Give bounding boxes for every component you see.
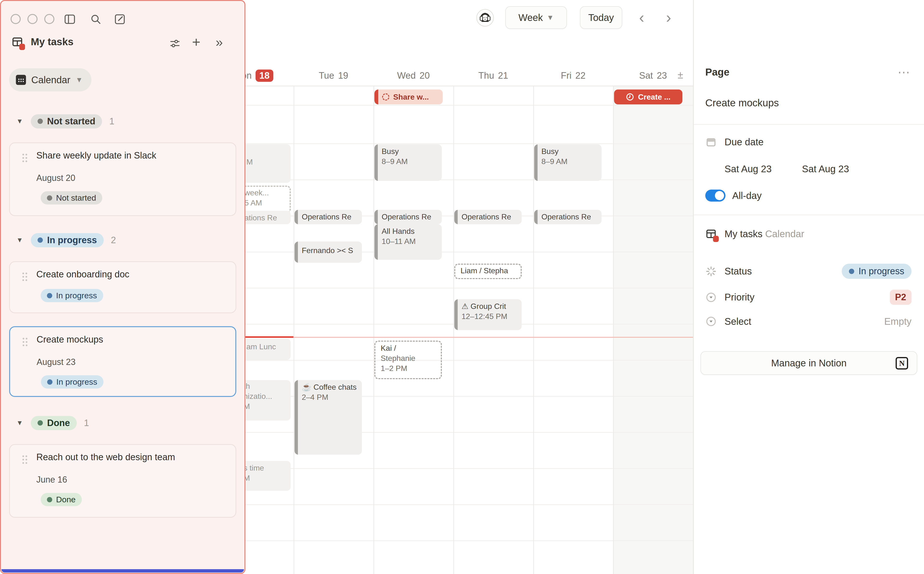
end-date-value[interactable]: Sat Aug 23 [802,164,849,174]
event-title: Operations Re [541,212,600,222]
event-time: 8–9 AM [541,156,600,167]
prev-week-button[interactable]: ‹ [639,6,644,29]
task-card[interactable]: Create mockupsAugust 23In progress [9,326,236,397]
chevron-down-icon: ▼ [76,76,83,84]
task-title[interactable]: Create mockups [705,97,779,109]
allday-event[interactable]: Share w... [374,90,443,104]
drag-handle[interactable] [23,338,27,347]
view-switcher-button[interactable]: Week ▼ [505,6,567,29]
day-number: 20 [419,71,430,81]
task-detail-panel: Page ⋯ Create mockups Due date Sat Aug 2… [693,0,924,574]
all-day-toggle[interactable] [705,189,725,202]
day-column-divider [613,86,614,574]
calendar-event[interactable]: ☕ Coffee chats2–4 PM [295,380,362,455]
bottom-accent-bar [2,569,244,572]
calendar-event[interactable]: Kai /Stephanie1–2 PM [374,341,442,379]
day-number: 19 [338,71,348,81]
section-count: 1 [84,418,89,428]
status-value-badge[interactable]: In progress [842,264,911,279]
avatar-illustration [477,9,493,27]
status-dot [38,420,43,426]
section-count: 1 [109,116,114,126]
event-time: Stephanie [381,353,439,363]
event-color-bar [374,224,378,260]
event-content: Operations Re [454,210,522,224]
calendar-name-suffix: Calendar [765,229,804,239]
drag-handle[interactable] [22,154,27,163]
search-icon[interactable] [90,13,102,25]
filter-sliders-icon[interactable] [169,38,181,52]
calendar-event[interactable]: Operations Re [454,210,522,224]
task-card-title: Reach out to the web design team [36,452,175,462]
day-header-fri: Fri22 [533,67,613,84]
start-date-value[interactable]: Sat Aug 23 [725,164,772,174]
calendar-name[interactable]: My tasks Calendar [725,229,804,240]
manage-in-notion-button[interactable]: Manage in Notion N [700,351,917,375]
section-label: Not started [47,116,96,126]
drag-handle[interactable] [22,456,27,465]
event-title: Create ... [638,93,670,101]
task-card-title: Create onboarding doc [36,269,129,279]
window-minimize-button[interactable] [27,14,38,24]
event-content: Busy8–9 AM [534,144,602,169]
calendar-event[interactable]: All Hands10–11 AM [374,224,442,260]
event-time: 8–9 AM [382,156,440,167]
window-zoom-button[interactable] [44,14,54,24]
section-header-green: ▼Done1 [1,415,244,431]
task-card[interactable]: Create onboarding docIn progress [9,261,236,313]
task-status-badge[interactable]: In progress [41,375,104,388]
task-status-badge[interactable]: Not started [41,191,102,205]
window-close-button[interactable] [11,14,21,24]
disclosure-triangle-icon[interactable]: ▼ [16,419,23,427]
section-status-badge[interactable]: Not started [31,114,102,128]
today-button[interactable]: Today [580,6,622,29]
event-content: Busy8–9 AM [374,144,442,169]
day-number: 21 [498,71,508,81]
select-empty-value[interactable]: Empty [884,316,911,327]
task-status-badge[interactable]: In progress [41,289,103,302]
weekend-column-shade [613,86,693,574]
task-card-date: August 23 [36,357,76,367]
section-label: Done [47,418,70,428]
today-date-badge: 18 [255,69,273,82]
drag-handle[interactable] [22,273,27,282]
task-card[interactable]: Share weekly update in SlackAugust 20Not… [9,142,236,216]
calendar-event[interactable]: Liam / Stepha [454,264,522,279]
event-color-bar [374,210,378,224]
add-task-icon[interactable]: + [192,34,200,50]
day-column-divider [533,86,534,574]
compose-icon[interactable] [114,13,126,25]
disclosure-triangle-icon[interactable]: ▼ [16,117,23,125]
event-title: th [243,381,289,391]
disclosure-triangle-icon[interactable]: ▼ [16,236,23,244]
calendar-event[interactable]: Busy8–9 AM [534,144,602,181]
day-header-wed: Wed20 [374,67,453,84]
calendar-event[interactable]: ⚠ Group Crit12–12:45 PM [454,299,522,330]
task-card[interactable]: Reach out to the web design teamJune 16D… [9,444,236,518]
section-status-badge[interactable]: Done [31,416,77,430]
view-dropdown-calendar[interactable]: Calendar ▼ [9,68,91,91]
priority-value-badge[interactable]: P2 [890,290,911,305]
calendar-event[interactable]: Fernando >< S [295,241,362,263]
event-title: Liam / Stepha [460,266,519,276]
avatar[interactable] [476,9,494,27]
calendar-event[interactable]: Operations Re [534,210,602,224]
calendar-event[interactable]: Operations Re [295,210,362,224]
task-status-badge[interactable]: Done [41,493,82,506]
view-switcher-label: Week [518,12,543,23]
event-title: Busy [382,146,440,156]
day-header-thu: Thu21 [453,67,533,84]
calendar-event[interactable]: Busy8–9 AM [374,144,442,181]
sidebar-header: My tasks [11,36,73,47]
toggle-sidebar-icon[interactable] [63,13,76,25]
status-dot [38,237,43,243]
allday-event[interactable]: Create ... [614,90,683,104]
select-label: Select [725,316,751,327]
more-menu-icon[interactable]: ⋯ [897,70,911,74]
next-week-button[interactable]: › [666,6,671,29]
event-title: s time [243,463,289,473]
calendar-event[interactable]: Operations Re [374,210,442,224]
notification-dot [19,44,25,50]
section-status-badge[interactable]: In progress [31,233,104,247]
collapse-panel-icon[interactable]: » [216,35,223,50]
